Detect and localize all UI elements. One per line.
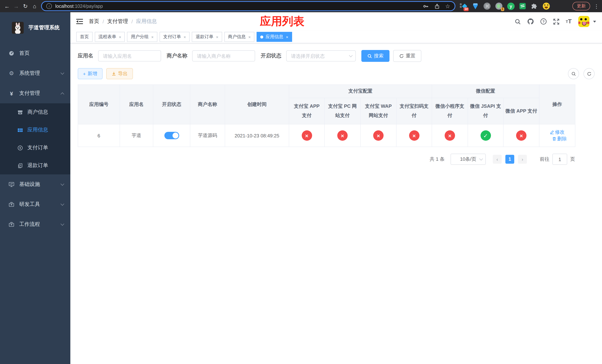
- user-avatar[interactable]: [578, 16, 589, 27]
- sidebar-item-pay[interactable]: ¥ 支付管理: [0, 83, 70, 103]
- app-title: 芋道管理系统: [29, 24, 60, 31]
- back-icon[interactable]: ←: [3, 2, 11, 11]
- yen-icon: ¥: [8, 90, 15, 96]
- close-icon[interactable]: ×: [184, 35, 186, 39]
- ext-command-icon[interactable]: ⌘: [484, 2, 491, 10]
- wx-mini-status-icon: ×: [445, 130, 455, 141]
- address-bar[interactable]: i localhost:1024/pay/app ☆: [41, 1, 455, 11]
- delete-link[interactable]: 删除: [552, 136, 567, 142]
- pagination: 共 1 条 10条/页 ‹ 1 › 前往 页: [78, 154, 575, 165]
- add-button[interactable]: + 新增: [78, 68, 102, 79]
- share-icon[interactable]: [434, 3, 440, 9]
- sidebar-item-pay-order[interactable]: ¥ 支付订单: [0, 139, 70, 157]
- svg-text:?: ?: [542, 20, 545, 23]
- password-key-icon[interactable]: [423, 3, 429, 9]
- avatar-caret-icon[interactable]: [593, 21, 596, 22]
- breadcrumb-pay[interactable]: 支付管理: [107, 18, 128, 25]
- chevron-down-icon: [61, 202, 64, 206]
- browser-update-button[interactable]: 更新: [572, 2, 590, 10]
- close-icon[interactable]: ×: [119, 35, 121, 39]
- toggle-search-icon[interactable]: [568, 68, 579, 79]
- sidebar-item-home[interactable]: 首页: [0, 43, 70, 63]
- sidebar-collapse-icon[interactable]: [76, 19, 83, 24]
- col-wx-mini: 微信小程序支付: [432, 98, 468, 124]
- reset-button[interactable]: 重置: [393, 50, 421, 62]
- goto-page-input[interactable]: [552, 154, 567, 165]
- page-size-select[interactable]: 10条/页: [451, 154, 486, 165]
- page-1-button[interactable]: 1: [505, 155, 514, 164]
- tab-process-form[interactable]: 流程表单×: [95, 32, 125, 42]
- ext-puzzle-icon[interactable]: [531, 2, 538, 10]
- export-button[interactable]: 导出: [106, 68, 133, 79]
- tab-pay-order[interactable]: 支付订单×: [160, 32, 190, 42]
- help-icon[interactable]: ?: [540, 18, 547, 25]
- app-name-input[interactable]: [98, 50, 161, 62]
- ext-diamond-icon[interactable]: 10: [460, 2, 467, 10]
- goto-unit: 页: [570, 156, 575, 162]
- sidebar-item-workflow[interactable]: 工作流程: [0, 214, 70, 234]
- alipay-wap-status-icon: ×: [373, 130, 384, 141]
- site-info-icon[interactable]: i: [46, 3, 52, 9]
- sidebar-item-infra[interactable]: 基础设施: [0, 174, 70, 194]
- cell-merchant: 芋道源码: [190, 124, 225, 147]
- home-icon[interactable]: ⌂: [31, 2, 39, 11]
- chevron-down-icon: [61, 222, 64, 226]
- total-count: 共 1 条: [430, 156, 445, 162]
- status-select[interactable]: [286, 50, 356, 62]
- bookmark-star-icon[interactable]: ☆: [445, 3, 450, 10]
- github-icon[interactable]: [527, 18, 534, 25]
- sidebar-logo[interactable]: 芋道管理系统: [0, 12, 70, 43]
- cell-created: 2021-10-23 08:49:25: [225, 124, 289, 147]
- page-content: 应用名 商户名称 开启状态 搜索 重置: [70, 43, 602, 364]
- tab-home[interactable]: 首页: [76, 32, 93, 42]
- status-toggle[interactable]: [164, 132, 179, 139]
- merchant-name-input[interactable]: [192, 50, 255, 62]
- col-op: 操作: [539, 85, 575, 124]
- ext-gem-icon[interactable]: [472, 2, 479, 10]
- col-wx-app: 微信 APP 支付: [503, 98, 539, 124]
- breadcrumb-home[interactable]: 首页: [89, 18, 99, 25]
- sidebar: 芋道管理系统 首页 ⚙ 系统管理 ¥ 支付管理: [0, 12, 70, 364]
- browser-menu-icon[interactable]: ⋮: [594, 3, 599, 9]
- forward-icon[interactable]: →: [12, 2, 20, 11]
- search-button[interactable]: 搜索: [361, 50, 389, 62]
- col-alipay-app: 支付宝 APP 支付: [289, 98, 324, 124]
- app-table: 应用编号 应用名 开启状态 商户名称 创建时间 支付宝配置 微信配置 操作 支付…: [78, 85, 575, 147]
- chevron-down-icon: [61, 71, 64, 75]
- ext-chat-icon[interactable]: [519, 2, 527, 10]
- edit-link[interactable]: 修改: [550, 129, 565, 136]
- refresh-table-icon[interactable]: [583, 68, 595, 79]
- grid-table-icon: [17, 127, 23, 133]
- col-created: 创建时间: [225, 85, 289, 124]
- ext-yudao-icon[interactable]: y: [507, 2, 515, 10]
- plus-icon: +: [83, 71, 86, 76]
- tab-app-info-active[interactable]: 应用信息×: [257, 32, 292, 42]
- close-icon[interactable]: ×: [151, 35, 154, 39]
- sidebar-item-app-info[interactable]: 应用信息: [0, 121, 70, 139]
- ext-emoji-icon[interactable]: [543, 2, 550, 10]
- group-alipay: 支付宝配置: [289, 85, 432, 98]
- tab-user-group[interactable]: 用户分组×: [127, 32, 157, 42]
- sidebar-item-dev-tools[interactable]: 研发工具: [0, 194, 70, 214]
- col-alipay-pc: 支付宝 PC 网站支付: [324, 98, 360, 124]
- header-search-icon[interactable]: [515, 18, 521, 25]
- sidebar-item-system[interactable]: ⚙ 系统管理: [0, 63, 70, 83]
- close-icon[interactable]: ×: [216, 35, 218, 39]
- sidebar-item-merchant-info[interactable]: 商户信息: [0, 103, 70, 121]
- tags-view: 首页 流程表单× 用户分组× 支付订单× 退款订单× 商户信息× 应用信息×: [70, 31, 602, 43]
- fullscreen-icon[interactable]: [553, 18, 559, 25]
- close-icon[interactable]: ×: [286, 35, 288, 39]
- close-icon[interactable]: ×: [248, 35, 251, 39]
- ext-recorder-icon[interactable]: 1: [495, 2, 503, 10]
- col-alipay-qr: 支付宝扫码支付: [396, 98, 432, 124]
- reload-icon[interactable]: ↻: [21, 2, 29, 11]
- tab-merchant-info[interactable]: 商户信息×: [224, 32, 255, 42]
- next-page-button[interactable]: ›: [518, 155, 527, 164]
- tab-refund-order[interactable]: 退款订单×: [192, 32, 222, 42]
- font-size-icon[interactable]: TT: [566, 18, 572, 25]
- prev-page-button[interactable]: ‹: [493, 155, 502, 164]
- storefront-icon: [17, 109, 23, 115]
- col-wx-jsapi: 微信 JSAPI 支付: [468, 98, 503, 124]
- sidebar-item-refund-order[interactable]: 退款订单: [0, 157, 70, 174]
- pay-submenu: 商户信息 应用信息 ¥ 支付订单: [0, 103, 70, 174]
